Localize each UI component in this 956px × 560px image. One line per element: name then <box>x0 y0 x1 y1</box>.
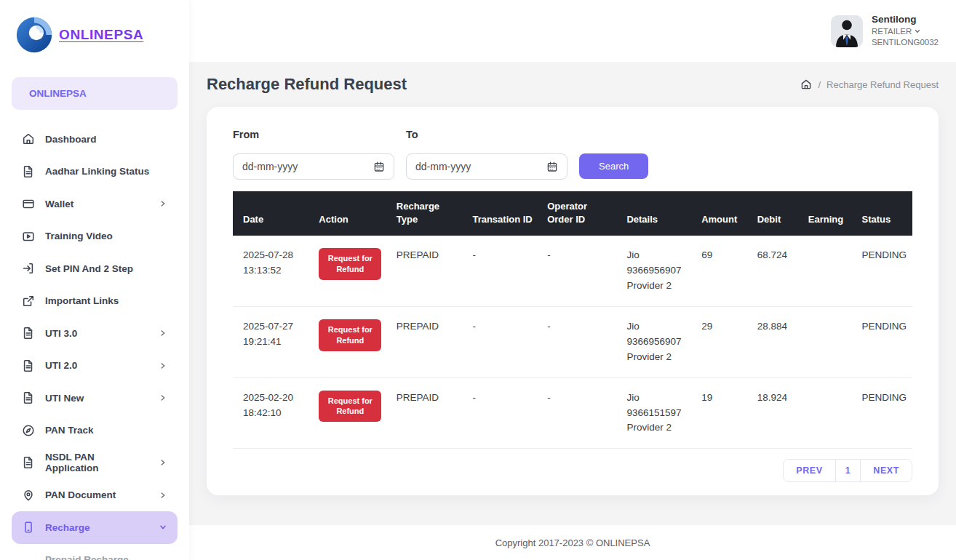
sidebar-item-label: Recharge <box>45 522 90 533</box>
sidebar-item-wallet[interactable]: Wallet <box>12 188 178 220</box>
file-icon <box>22 391 35 404</box>
search-button[interactable]: Search <box>579 153 648 179</box>
from-date-input[interactable]: dd-mm-yyyy <box>233 153 394 180</box>
filters: From dd-mm-yyyy To dd-mm-yyyy <box>233 129 912 180</box>
footer: Copyright 2017-2023 © ONLINEPSA <box>189 525 956 560</box>
sidebar-item-uti-new[interactable]: UTI New <box>12 382 178 415</box>
sidebar-item-label: UTI 2.0 <box>45 360 77 371</box>
pagination-prev-button[interactable]: PREV <box>784 460 835 481</box>
col-status: Status <box>855 191 912 236</box>
copyright-text: Copyright 2017-2023 © ONLINEPSA <box>495 537 650 548</box>
calendar-icon[interactable] <box>546 161 558 172</box>
col-recharge-type: Recharge Type <box>389 191 466 236</box>
table-header: Date Action Recharge Type Transation ID … <box>233 191 912 236</box>
sidebar-item-aadhar-linking-status[interactable]: Aadhar Linking Status <box>12 156 178 188</box>
sidebar: ONLINEPSA ONLINEPSA Dashboard Aadhar Lin… <box>0 0 189 560</box>
request-refund-button[interactable]: Request for Refund <box>319 319 381 351</box>
sidebar-item-label: NSDL PAN Application <box>45 452 148 473</box>
user-role[interactable]: RETAILER <box>872 26 939 37</box>
external-link-icon <box>22 295 35 308</box>
page-title: Recharge Refund Request <box>207 75 407 94</box>
to-label: To <box>406 129 567 140</box>
sidebar-item-prepaid-recharge[interactable]: Prepaid Recharge <box>12 544 178 560</box>
user-meta: Sentilong RETAILER SENTILONG0032 <box>872 14 939 48</box>
sidebar-item-dashboard[interactable]: Dashboard <box>12 123 178 156</box>
page-content: Recharge Refund Request / Recharge Refun… <box>189 62 956 525</box>
sidebar-item-label: UTI 3.0 <box>45 328 77 339</box>
sidebar-item-label: Set PIN And 2 Step <box>45 263 133 274</box>
table-row: 2025-07-2813:13:52 Request for Refund PR… <box>233 236 912 306</box>
col-transation-id: Transation ID <box>465 191 540 236</box>
to-date-input[interactable]: dd-mm-yyyy <box>406 153 567 180</box>
file-icon <box>22 456 35 469</box>
request-refund-button[interactable]: Request for Refund <box>319 391 381 423</box>
table-row: 2025-07-2719:21:41 Request for Refund PR… <box>233 306 912 377</box>
pagination-page-1-button[interactable]: 1 <box>836 460 861 481</box>
page-head: Recharge Refund Request / Recharge Refun… <box>207 75 939 94</box>
brand-logo[interactable]: ONLINEPSA <box>0 0 189 70</box>
sidebar-item-nsdl-pan-application[interactable]: NSDL PAN Application <box>12 447 178 479</box>
sidebar-item-training-video[interactable]: Training Video <box>12 220 178 253</box>
file-icon <box>22 165 35 178</box>
col-details: Details <box>619 191 694 236</box>
sidebar-menu: Dashboard Aadhar Linking Status Wallet <box>0 113 189 560</box>
sidebar-item-label: Prepaid Recharge <box>45 554 129 560</box>
main-column: Sentilong RETAILER SENTILONG0032 Recharg… <box>189 0 956 560</box>
user-name: Sentilong <box>872 14 939 26</box>
chevron-down-icon <box>159 523 167 532</box>
breadcrumb: / Recharge Refund Request <box>800 79 939 90</box>
user-menu[interactable]: Sentilong RETAILER SENTILONG0032 <box>831 14 939 48</box>
chevron-right-icon <box>159 491 167 500</box>
col-earning: Earning <box>801 191 855 236</box>
from-date-group: From dd-mm-yyyy <box>233 129 394 180</box>
sidebar-item-important-links[interactable]: Important Links <box>12 285 178 318</box>
sidebar-item-uti-2[interactable]: UTI 2.0 <box>12 350 178 383</box>
wallet-icon <box>22 197 35 210</box>
sidebar-item-label: PAN Document <box>45 489 116 500</box>
home-icon[interactable] <box>800 79 812 90</box>
col-operator-order-id: Operator Order ID <box>540 191 619 236</box>
sidebar-item-pan-document[interactable]: PAN Document <box>12 479 178 512</box>
file-icon <box>22 359 35 372</box>
sidebar-item-label: UTI New <box>45 393 84 404</box>
refund-card: From dd-mm-yyyy To dd-mm-yyyy <box>207 107 939 495</box>
smartphone-icon <box>22 521 35 534</box>
sidebar-item-label: Wallet <box>45 199 73 209</box>
status-badge: PENDING <box>855 236 912 306</box>
sidebar-item-label: Important Links <box>45 295 119 306</box>
avatar[interactable] <box>831 15 863 47</box>
from-label: From <box>233 129 394 140</box>
col-action: Action <box>311 191 389 236</box>
pagination-next-button[interactable]: NEXT <box>861 460 912 481</box>
brand-swirl-icon <box>13 14 55 56</box>
status-badge: PENDING <box>855 306 912 377</box>
app-root: ONLINEPSA ONLINEPSA Dashboard Aadhar Lin… <box>0 0 956 560</box>
chevron-down-icon <box>914 28 921 35</box>
sidebar-item-set-pin[interactable]: Set PIN And 2 Step <box>12 252 178 285</box>
chevron-right-icon <box>159 393 167 402</box>
sidebar-item-uti-3[interactable]: UTI 3.0 <box>12 317 178 350</box>
refund-table: Date Action Recharge Type Transation ID … <box>233 191 912 449</box>
col-date: Date <box>233 191 311 236</box>
sidebar-item-label: Dashboard <box>45 134 97 145</box>
breadcrumb-current: Recharge Refund Request <box>826 79 939 90</box>
topbar: Sentilong RETAILER SENTILONG0032 <box>189 0 956 62</box>
video-icon <box>22 230 35 243</box>
chevron-right-icon <box>159 361 167 370</box>
from-date-placeholder: dd-mm-yyyy <box>242 161 298 172</box>
sidebar-item-label: PAN Track <box>45 425 94 436</box>
sidebar-item-label: Training Video <box>45 231 113 241</box>
to-date-group: To dd-mm-yyyy <box>406 129 567 180</box>
calendar-icon[interactable] <box>373 161 385 172</box>
col-debit: Debit <box>750 191 801 236</box>
breadcrumb-separator: / <box>818 79 821 90</box>
sidebar-item-recharge[interactable]: Recharge <box>12 511 178 544</box>
map-pin-icon <box>22 489 35 502</box>
user-id: SENTILONG0032 <box>872 37 939 48</box>
sidebar-brand-badge: ONLINEPSA <box>12 77 178 110</box>
to-date-placeholder: dd-mm-yyyy <box>415 161 471 172</box>
request-refund-button[interactable]: Request for Refund <box>319 248 381 280</box>
sidebar-item-pan-track[interactable]: PAN Track <box>12 415 178 447</box>
sidebar-item-label: Aadhar Linking Status <box>45 166 149 177</box>
pagination: PREV 1 NEXT <box>233 459 912 482</box>
